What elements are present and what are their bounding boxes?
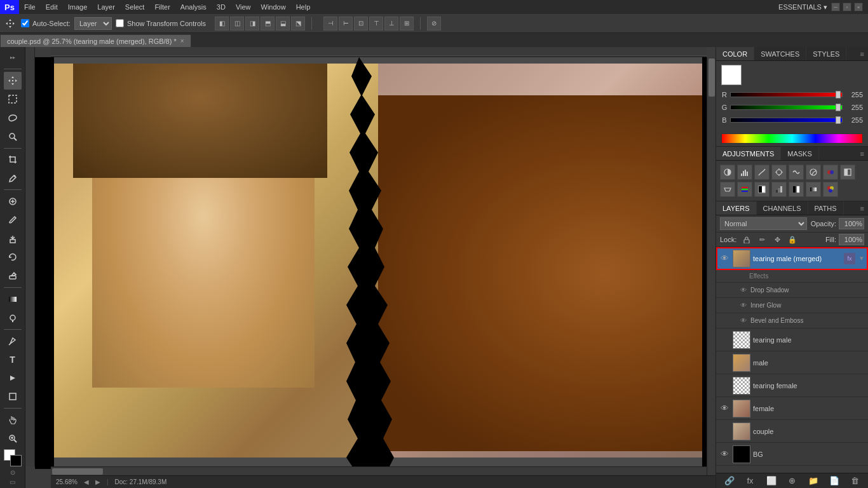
tab-close-button[interactable]: × [180,37,184,44]
layer-bg[interactable]: 👁 BG [716,443,868,466]
selective-color-btn[interactable] [823,182,838,197]
layer-type-dropdown[interactable]: Layer Group [74,17,112,30]
dodge-tool-btn[interactable] [4,309,22,326]
vertical-scrollbar[interactable] [707,57,715,477]
layer-couple[interactable]: 👁 couple [716,420,868,443]
layer-tearing-female[interactable]: 👁 tearing female [716,374,868,397]
menu-3d[interactable]: 3D [212,0,231,14]
close-button[interactable]: × [854,3,863,11]
b-slider-track[interactable] [730,118,843,123]
opacity-input[interactable] [839,218,864,229]
align-top-icon[interactable]: ⬒ [261,17,275,30]
move-tool-btn[interactable] [4,72,22,89]
zoom-tool-btn[interactable] [4,430,22,447]
hand-tool-btn[interactable] [4,411,22,428]
layer-tearing-male[interactable]: 👁 tearing male [716,329,868,351]
layer-visibility-female[interactable]: 👁 [719,403,730,414]
lock-position-btn[interactable]: ✥ [772,234,782,245]
align-right-icon[interactable]: ◨ [245,17,259,30]
threshold-btn[interactable] [789,182,804,197]
dist-bottom-icon[interactable]: ⊞ [400,17,414,30]
posterize-btn[interactable] [771,182,787,197]
channel-mixer-btn[interactable] [737,182,752,197]
document-tab[interactable]: couple.psd @ 25.7% (tearing male (merged… [0,34,191,47]
lasso-tool-btn[interactable] [4,109,22,126]
gradient-tool-btn[interactable] [4,290,22,308]
move-tool-icon[interactable] [3,17,17,30]
status-arrow-left[interactable]: ◀ [84,478,89,485]
new-fill-adjustment-btn[interactable]: ⊕ [786,475,799,487]
layers-panel-menu[interactable]: ≡ [857,205,868,212]
eyedropper-tool-btn[interactable] [4,170,22,187]
effect-eye-inner-glow[interactable]: 👁 [739,301,748,310]
dist-center-h-icon[interactable]: ⊢ [339,17,353,30]
minimize-button[interactable]: ─ [831,3,840,11]
marquee-tool-btn[interactable] [4,91,22,108]
effect-eye-drop-shadow[interactable]: 👁 [739,286,748,295]
bw-btn[interactable] [840,165,855,180]
quick-mask-btn[interactable]: ⊙ [10,469,15,476]
adjustments-tab[interactable]: ADJUSTMENTS [716,147,781,160]
canvas-container[interactable] [35,57,715,469]
align-left-icon[interactable]: ◧ [215,17,229,30]
horizontal-scrollbar[interactable] [51,466,707,475]
layer-mask-btn[interactable]: ⬜ [765,475,778,487]
swatches-tab[interactable]: SWATCHES [754,47,806,60]
restore-button[interactable]: ▫ [843,3,851,11]
auto-select-checkbox[interactable] [21,19,29,27]
background-color[interactable] [10,455,22,466]
layer-visibility-tearing-male[interactable]: 👁 [719,334,730,346]
photo-filter-btn[interactable] [720,182,735,197]
auto-align-icon[interactable]: ⊘ [427,17,441,30]
healing-tool-btn[interactable] [4,193,22,210]
status-arrow-right[interactable]: ▶ [95,478,100,485]
new-group-btn[interactable]: 📁 [807,475,820,487]
hue-sat-btn[interactable] [806,165,821,180]
masks-tab[interactable]: MASKS [781,147,819,160]
crop-tool-btn[interactable] [4,151,22,168]
g-slider-thumb[interactable] [836,104,841,111]
gradient-map-btn[interactable] [806,182,821,197]
color-balance-btn[interactable] [823,165,838,180]
brightness-contrast-btn[interactable] [720,165,735,180]
color-spectrum[interactable] [721,133,863,144]
screen-mode-btn[interactable]: ▭ [10,478,15,485]
history-brush-tool-btn[interactable] [4,248,22,266]
curves-btn[interactable] [754,165,770,180]
color-swatches[interactable] [4,449,22,466]
eraser-tool-btn[interactable] [4,268,22,285]
pen-tool-btn[interactable] [4,332,22,349]
color-tab[interactable]: COLOR [716,47,754,60]
lock-image-btn[interactable]: ✏ [757,234,767,245]
quick-select-tool-btn[interactable] [4,128,22,145]
align-center-h-icon[interactable]: ◫ [230,17,244,30]
layers-tab[interactable]: LAYERS [716,201,757,215]
menu-window[interactable]: Window [256,0,291,14]
menu-select[interactable]: Select [120,0,150,14]
layer-visibility-bg[interactable]: 👁 [719,449,730,460]
layer-female[interactable]: 👁 female [716,397,868,420]
invert-btn[interactable] [754,182,770,197]
transform-controls-checkbox[interactable] [116,19,124,27]
align-bottom-icon[interactable]: ⬔ [291,17,305,30]
menu-file[interactable]: File [19,0,41,14]
align-center-v-icon[interactable]: ⬓ [276,17,290,30]
lock-transparent-btn[interactable] [742,234,752,245]
clone-stamp-tool-btn[interactable] [4,230,22,247]
exposure-btn[interactable] [771,165,787,180]
layer-male[interactable]: 👁 male [716,351,868,374]
r-slider-track[interactable] [730,92,843,97]
text-tool-btn[interactable]: T [4,351,22,368]
styles-tab[interactable]: STYLES [806,47,846,60]
effect-inner-glow[interactable]: 👁 Inner Glow [716,298,868,313]
effect-drop-shadow[interactable]: 👁 Drop Shadow [716,283,868,298]
essentials-dropdown[interactable]: ESSENTIALS ▾ [778,3,827,11]
color-swatch-preview[interactable] [721,65,742,85]
toolbar-panel-toggle[interactable]: ▸▸ [4,49,22,66]
shape-tool-btn[interactable] [4,388,22,405]
layer-link-btn[interactable]: 🔗 [723,475,736,487]
menu-view[interactable]: View [231,0,256,14]
channels-tab[interactable]: CHANNELS [757,201,808,215]
g-slider-track[interactable] [730,105,843,110]
fill-input[interactable] [839,234,864,245]
